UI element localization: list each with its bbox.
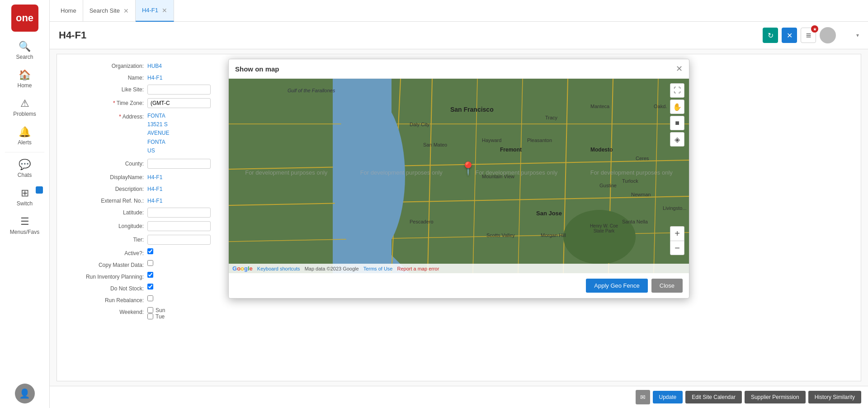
- label-santa-nella: Santa Nella: [622, 219, 648, 224]
- problems-icon: ⚠: [20, 98, 29, 109]
- page-title: H4-F1: [59, 29, 763, 41]
- label-manteca: Manteca: [590, 104, 609, 109]
- map-pin: 📍: [460, 161, 476, 176]
- label-pescadero: Pescadero: [410, 219, 434, 224]
- tab-h4f1[interactable]: H4-F1 ✕: [136, 0, 174, 22]
- tab-home[interactable]: Home: [54, 0, 83, 22]
- label-gulf: Gulf of the Farallones: [288, 88, 335, 93]
- sidebar-item-label: Problems: [13, 111, 36, 117]
- label-san-mateo: San Mateo: [423, 142, 447, 147]
- label-scotts-valley: Scotts Valley: [486, 232, 515, 238]
- close-modal-button[interactable]: Close: [651, 279, 683, 293]
- tab-search-site-close[interactable]: ✕: [123, 7, 129, 14]
- label-oakdale: Oakd.: [654, 104, 667, 109]
- supplier-permission-button[interactable]: Supplier Permission: [745, 391, 806, 403]
- label-pleasanton: Pleasanton: [527, 138, 552, 143]
- header-actions: ↻ ✕ ≡ ★ ▾: [763, 27, 859, 43]
- tab-h4f1-label: H4-F1: [142, 7, 158, 14]
- tab-home-label: Home: [61, 7, 76, 14]
- main-area: Home Search Site ✕ H4-F1 ✕ H4-F1 ↻ ✕ ≡ ★…: [50, 0, 868, 408]
- label-modesto: Modesto: [590, 147, 613, 153]
- tab-search-site[interactable]: Search Site ✕: [83, 0, 136, 22]
- switch-badge: [36, 186, 43, 194]
- sidebar-item-label: Menus/Favs: [10, 229, 39, 235]
- sidebar: one 🔍 Search 🏠 Home ⚠ Problems 🔔 Alerts …: [0, 0, 50, 408]
- modal-footer: Apply Geo Fence Close: [229, 273, 689, 298]
- user-avatar: [820, 27, 836, 43]
- sidebar-item-search[interactable]: 🔍 Search: [0, 36, 49, 65]
- label-newman: Newman: [631, 192, 651, 197]
- menu-button[interactable]: ≡ ★: [801, 28, 816, 43]
- sidebar-bottom: 👤: [10, 379, 39, 408]
- modal-overlay: Show on map ✕: [57, 54, 861, 381]
- map-modal: Show on map ✕: [228, 59, 689, 299]
- label-morgan-hill: Morgan Hill: [541, 232, 566, 238]
- search-icon: 🔍: [19, 41, 31, 52]
- modal-header: Show on map ✕: [229, 59, 689, 79]
- map-controls: ⛶ ✋ ■ ◈: [670, 83, 684, 147]
- edit-calendar-button[interactable]: Edit Site Calendar: [685, 391, 742, 403]
- zoom-out-button[interactable]: −: [670, 241, 684, 255]
- modal-close-x-button[interactable]: ✕: [676, 64, 683, 74]
- keyboard-shortcuts[interactable]: Keyboard shortcuts: [257, 266, 300, 271]
- sidebar-item-label: Switch: [17, 200, 33, 207]
- eraser-button[interactable]: ◈: [670, 132, 684, 147]
- update-button[interactable]: Update: [653, 391, 683, 403]
- fullscreen-button[interactable]: ⛶: [670, 83, 684, 98]
- svg-point-15: [333, 95, 405, 257]
- label-tracy: Tracy: [545, 115, 557, 120]
- sidebar-item-label: Home: [17, 82, 32, 89]
- history-similarity-button[interactable]: History Similarity: [808, 391, 861, 403]
- alerts-icon: 🔔: [19, 126, 31, 138]
- bottom-bar: ✉ Update Edit Site Calendar Supplier Per…: [50, 386, 868, 408]
- zoom-in-button[interactable]: +: [670, 226, 684, 241]
- map-data-label: Map data ©2023 Google: [305, 266, 359, 271]
- chevron-down-icon: ▾: [856, 32, 859, 38]
- sidebar-item-home[interactable]: 🏠 Home: [0, 65, 49, 93]
- message-button[interactable]: ✉: [636, 390, 650, 404]
- apply-geo-fence-button[interactable]: Apply Geo Fence: [586, 279, 647, 293]
- sidebar-item-label: Alerts: [18, 139, 32, 146]
- content-area: Organization: HUB4 * * Type: DC Plant Na…: [50, 49, 868, 386]
- map-footer: Google Keyboard shortcuts Map data ©2023…: [229, 264, 689, 273]
- tab-search-site-label: Search Site: [90, 7, 120, 14]
- chats-icon: 💬: [19, 159, 31, 171]
- label-livingston: Livingsto...: [663, 205, 687, 211]
- user-avatar-sidebar[interactable]: 👤: [15, 384, 35, 403]
- tab-bar: Home Search Site ✕ H4-F1 ✕: [50, 0, 868, 22]
- label-ceres: Ceres: [636, 156, 649, 161]
- sidebar-item-menus[interactable]: ☰ Menus/Favs: [0, 211, 49, 240]
- terms-link[interactable]: Terms of Use: [363, 266, 393, 271]
- user-area[interactable]: ▾: [820, 27, 859, 43]
- label-hayward: Hayward: [482, 138, 501, 143]
- refresh-button[interactable]: ↻: [763, 28, 778, 43]
- google-logo: Google: [232, 265, 253, 272]
- label-sj: San Jose: [536, 210, 562, 217]
- sidebar-divider: [5, 152, 44, 152]
- sidebar-item-problems[interactable]: ⚠ Problems: [0, 93, 49, 122]
- pan-button[interactable]: ✋: [670, 100, 684, 114]
- star-badge: ★: [811, 25, 818, 33]
- page-header: H4-F1 ↻ ✕ ≡ ★ ▾: [50, 22, 868, 49]
- label-fremont: Fremont: [500, 147, 522, 153]
- label-daly-city: Daly City: [410, 122, 429, 127]
- sidebar-item-label: Search: [16, 54, 33, 60]
- label-turlock: Turlock: [622, 178, 638, 184]
- user-name: [839, 32, 854, 39]
- sidebar-item-chats[interactable]: 💬 Chats: [0, 154, 49, 183]
- label-mv: Mountain View: [482, 174, 514, 179]
- tab-h4f1-close[interactable]: ✕: [162, 7, 167, 14]
- draw-square-button[interactable]: ■: [670, 116, 684, 130]
- report-link[interactable]: Report a map error: [397, 266, 439, 271]
- close-button[interactable]: ✕: [782, 28, 797, 43]
- app-logo: one: [11, 5, 38, 32]
- svg-point-17: [563, 210, 636, 264]
- map-container: San Francisco Fremont San Jose Daly City…: [229, 79, 689, 273]
- menus-icon: ☰: [20, 216, 29, 228]
- sidebar-item-switch[interactable]: ⊞ Switch: [0, 183, 49, 211]
- sidebar-item-alerts[interactable]: 🔔 Alerts: [0, 122, 49, 150]
- switch-icon: ⊞: [21, 187, 29, 199]
- modal-title: Show on map: [235, 65, 279, 73]
- sidebar-item-label: Chats: [18, 172, 32, 178]
- label-henry-coe: Henry W. CoeState Park: [581, 223, 627, 233]
